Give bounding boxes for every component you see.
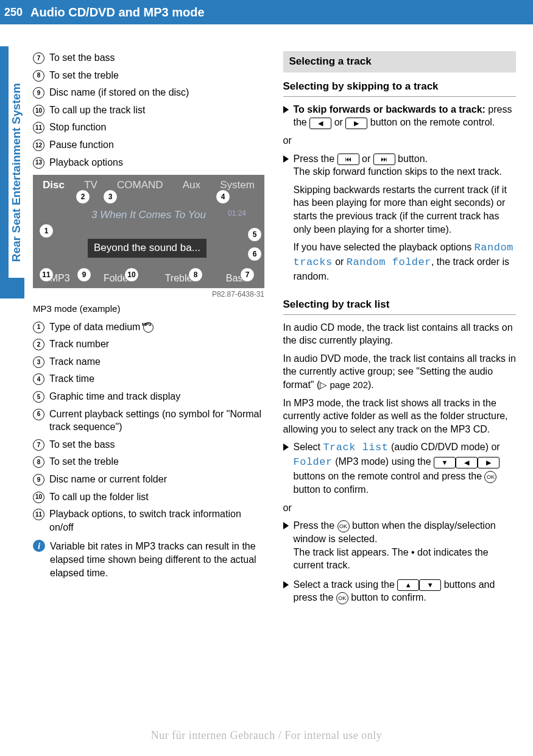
figure-callout-6: 6 (247, 247, 262, 261)
figure-callout-2: 2 (76, 189, 90, 204)
list-item: 3Track name (33, 355, 266, 369)
step-text: Skipping backwards restarts the current … (294, 183, 517, 236)
list-item-text: Disc name (if stored on the disc) (49, 86, 189, 99)
callout-number-icon: 3 (33, 356, 44, 368)
or-text: or (283, 134, 517, 147)
figure-menu-item: COMAND (117, 178, 163, 193)
callout-number-icon: 12 (33, 140, 44, 151)
step-bold-text: To skip forwards or backwards to a track… (294, 104, 485, 115)
t: ). (368, 380, 374, 390)
list-item-text: Stop function (49, 121, 106, 134)
list-item: 13Playback options (33, 156, 266, 169)
t: Select (294, 442, 323, 452)
step-bullet-icon (283, 106, 289, 113)
list-item: 6Current playback settings (no symbol fo… (33, 408, 266, 434)
down-key-icon: ▼ (419, 579, 441, 591)
paragraph: In audio DVD mode, the track list contai… (283, 352, 517, 392)
figure-callout-8: 8 (188, 267, 203, 282)
step-press-ok: Press the OK button when the display/sel… (283, 519, 517, 572)
paragraph: In audio CD mode, the track list contain… (283, 321, 517, 347)
list-item-text: Graphic time and track display (49, 390, 180, 403)
list-item: 7To set the bass (33, 438, 266, 451)
list-item: 4Track time (33, 372, 266, 386)
callout-number-icon: 9 (33, 87, 44, 99)
step-result-text: The track list appears. The • dot indica… (294, 546, 517, 572)
callout-number-icon: 4 (33, 373, 44, 385)
callout-number-icon: 7 (33, 439, 44, 451)
step-text: If you have selected the playback option… (294, 241, 517, 283)
skip-forward-key-icon: ⏭ (373, 154, 395, 165)
left-arrow-key-icon: ◀ (456, 457, 478, 468)
or-text: or (283, 501, 517, 515)
callout-number-icon: 11 (33, 509, 44, 520)
figure-callout-10: 10 (124, 267, 139, 282)
list-item-text: To call up the folder list (49, 490, 149, 504)
callout-number-icon: 11 (33, 122, 44, 133)
list-item: 8To set the treble (33, 69, 266, 82)
step-bullet-icon (283, 443, 289, 451)
info-icon: i (33, 540, 45, 552)
callout-number-icon: 10 (33, 105, 44, 116)
step-skip-direction: To skip forwards or backwards to a track… (283, 103, 517, 129)
menu-option-random-folder: Random folder (347, 256, 431, 268)
callout-number-icon: 2 (33, 339, 44, 350)
callout-number-icon: 10 (33, 492, 44, 503)
list-item: 8To set the treble (33, 455, 266, 468)
header-title: Audio CD/DVD and MP3 mode (27, 4, 205, 21)
t: buttons on the remote control and press … (294, 471, 485, 481)
list-item: 7To set the bass (33, 51, 266, 65)
step-bullet-icon (283, 581, 289, 588)
menu-option-track-list: Track list (323, 442, 388, 453)
t: button on the remote control. (367, 117, 495, 127)
list-item: 2Track number (33, 337, 266, 351)
callout-number-icon: 6 (33, 409, 44, 420)
paragraph: In MP3 mode, the track list shows all tr… (283, 397, 517, 436)
t: button to confirm. (294, 484, 369, 495)
side-accent-bar (0, 46, 9, 278)
side-tab-label: Rear Seat Entertainment System (9, 83, 24, 262)
list-item-text: Playback options (49, 156, 123, 169)
callout-list-top: 7To set the bass8To set the treble9Disc … (33, 51, 266, 169)
t: Press the (294, 520, 337, 531)
callout-number-icon: 7 (33, 52, 44, 64)
callout-number-icon: 1 (33, 322, 44, 333)
left-arrow-key-icon: ◀ (309, 118, 331, 129)
step-bullet-icon (283, 155, 289, 163)
side-accent-block (0, 278, 24, 299)
figure-callout-4: 4 (216, 189, 230, 204)
list-item: 12Pause function (33, 138, 266, 152)
ok-button-icon: OK (484, 471, 496, 483)
list-item: 11Stop function (33, 121, 266, 134)
menu-option-folder: Folder (294, 456, 333, 468)
page-header: 250 Audio CD/DVD and MP3 mode (0, 0, 533, 24)
t: or (333, 256, 347, 267)
subheading-tracklist: Selecting by track list (283, 298, 517, 315)
list-item-text: Track number (49, 337, 109, 351)
step-select-track: Select a track using the ▲▼ buttons and … (283, 578, 517, 604)
figure-callout-5: 5 (247, 227, 262, 242)
figure-callout-3: 3 (103, 189, 118, 204)
section-heading: Selecting a track (283, 51, 517, 72)
callout-number-icon: 8 (33, 456, 44, 468)
t: If you have selected the playback option… (294, 242, 475, 252)
figure-beyond-text: Beyond the sound ba... (88, 239, 206, 258)
step-skip-track: Press the ⏮ or ⏭ button. The skip forwar… (283, 152, 517, 288)
list-item: 9Disc name or current folder (33, 473, 266, 486)
page-reference: ▷ page 202 (320, 380, 368, 390)
t: (MP3 mode) using the (333, 456, 434, 467)
figure-menu-item: Disc (43, 178, 65, 193)
t: or (359, 154, 373, 164)
list-item: 5Graphic time and track display (33, 390, 266, 403)
figure-bottom-menu: MP3FolderTrebleBass (33, 272, 264, 285)
t: or (331, 117, 345, 127)
t: button to confirm. (348, 592, 426, 602)
step-bullet-icon (283, 522, 289, 529)
list-item-text: Playback options, to switch track inform… (49, 507, 266, 534)
right-column: Selecting a track Selecting by skipping … (283, 51, 517, 609)
info-note: i Variable bit rates in MP3 tracks can r… (33, 540, 266, 579)
down-key-icon: ▼ (434, 457, 456, 468)
figure-menu-item: Aux (183, 178, 200, 193)
list-item-text: Type of data medium (49, 320, 154, 334)
figure-callout-11: 11 (39, 267, 54, 282)
list-item-text: Track name (49, 355, 101, 369)
